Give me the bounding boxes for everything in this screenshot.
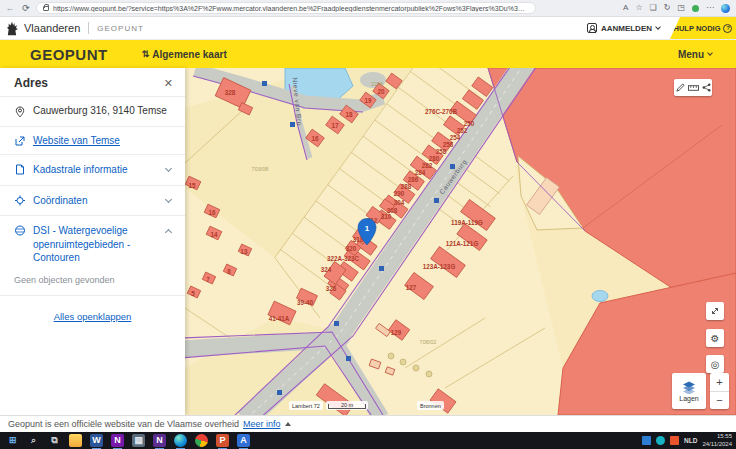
map-label: 5 <box>191 290 195 297</box>
map-label: 324 <box>321 266 332 273</box>
app-a-icon[interactable]: A <box>237 434 250 447</box>
close-icon[interactable]: ✕ <box>164 78 173 89</box>
footer-text: Geopunt is een officiële website van de … <box>8 419 239 429</box>
lock-icon <box>43 6 49 11</box>
login-button[interactable]: AANMELDEN <box>577 17 670 39</box>
map-label: 252 <box>457 127 468 134</box>
flemish-lion-icon <box>6 21 18 36</box>
map-label: 276C-276B <box>425 108 458 115</box>
browser-back-icon[interactable]: ← <box>4 4 16 13</box>
geopunt-logo[interactable]: GEOPUNT <box>30 46 108 63</box>
browser-extension-badge-icon[interactable] <box>692 5 699 12</box>
geopunt-site-label[interactable]: GEOPUNT <box>97 24 144 33</box>
map-viewport[interactable]: 703/082296708/02 CauwerburgNieve van Bro… <box>185 68 736 415</box>
browser-refresh-icon[interactable]: ⟳ <box>20 4 32 13</box>
more-options-icon[interactable]: ⋯ <box>706 4 714 12</box>
help-button[interactable]: HULP NODIG ? <box>670 17 736 39</box>
section-dsi-contouren[interactable]: DSI - Watergevoelige openruimtegebieden … <box>0 215 185 273</box>
tray-app-1-icon[interactable] <box>642 436 651 445</box>
crosshair-icon <box>14 195 26 206</box>
menu-button[interactable]: Menu <box>678 49 712 60</box>
website-link: Website van Temse <box>33 135 120 146</box>
browser-address-bar[interactable]: https://www.geopunt.be/?service=https%3A… <box>36 2 536 14</box>
map-label: 123A-123G <box>423 263 456 270</box>
file-explorer-icon[interactable] <box>69 434 82 447</box>
clock[interactable]: 15:55 24/11/2024 <box>702 433 732 449</box>
layers-button[interactable]: Lagen <box>672 373 706 409</box>
map-switcher-button[interactable]: ⇅ Algemene kaart <box>142 49 227 60</box>
map-label: 280 <box>429 155 440 162</box>
map-label: 254 <box>450 134 461 141</box>
map-label: 250 <box>464 120 475 127</box>
menu-label: Menu <box>678 49 704 60</box>
onenote-icon[interactable]: N <box>111 434 124 447</box>
history-icon[interactable]: ↻ <box>664 4 671 12</box>
date: 24/11/2024 <box>702 441 732 449</box>
sources-link[interactable]: Bronnen <box>417 401 444 410</box>
copilot-icon[interactable] <box>721 4 730 13</box>
tray-app-3-icon[interactable] <box>670 436 679 445</box>
map-canvas[interactable]: 703/082296708/02 CauwerburgNieve van Bro… <box>185 68 736 415</box>
read-aloud-icon[interactable]: A <box>623 4 628 12</box>
small-pond <box>592 291 608 302</box>
search-button[interactable]: ⌕ <box>27 434 40 447</box>
map-label: 322A-323C <box>327 255 360 262</box>
url-text: https://www.geopunt.be/?service=https%3A… <box>53 5 529 12</box>
task-view-button[interactable]: ⧉ <box>48 434 61 447</box>
map-label: 19 <box>364 97 372 104</box>
split-screen-icon[interactable]: ❏ <box>650 4 657 12</box>
tray-app-2-icon[interactable] <box>656 436 665 445</box>
external-link-icon <box>14 136 26 146</box>
section-coordinaten[interactable]: Coördinaten <box>0 185 185 216</box>
website-link-row[interactable]: Website van Temse <box>0 126 185 154</box>
zoom-in-button[interactable]: + <box>710 373 729 392</box>
powerpoint-icon[interactable]: P <box>216 434 229 447</box>
meer-info-link[interactable]: Meer info <box>243 419 281 429</box>
map-label: 290 <box>394 190 405 197</box>
map-label: 18 <box>345 111 353 118</box>
chrome-icon[interactable] <box>195 434 208 447</box>
browser-toolbar-icons: A ☆ ❏ ↻ ◳ ⋯ <box>623 4 732 13</box>
divider <box>88 22 89 34</box>
marker-number: 1 <box>365 224 370 233</box>
system-tray: NLD 15:55 24/11/2024 <box>642 433 736 449</box>
address-text: Cauwerburg 316, 9140 Temse <box>33 105 167 116</box>
map-label: 328 <box>225 89 236 96</box>
settings-button[interactable]: ⚙ <box>706 329 724 347</box>
share-icon[interactable] <box>702 83 711 92</box>
map-label: 326 <box>326 285 337 292</box>
tablet-app-icon[interactable]: ▤ <box>132 434 145 447</box>
map-label: 708/02 <box>420 339 437 345</box>
language-indicator[interactable]: NLD <box>684 437 697 444</box>
word-icon[interactable]: W <box>90 434 103 447</box>
layers-icon <box>682 381 696 394</box>
map-label: 39-40 <box>297 299 314 306</box>
section-kadastrale-informatie[interactable]: Kadastrale informatie <box>0 154 185 185</box>
chevron-down-icon <box>707 50 713 56</box>
zoom-out-button[interactable]: − <box>710 392 729 410</box>
help-label: HULP NODIG <box>674 24 721 33</box>
section-label: DSI - Watergevoelige openruimtegebieden … <box>33 224 159 265</box>
onenote-2-icon[interactable]: N <box>153 434 166 447</box>
document-icon <box>14 164 26 175</box>
locate-me-button[interactable]: ◎ <box>706 355 724 373</box>
expand-all-link[interactable]: Alles openklappen <box>54 311 132 322</box>
map-label: 320 <box>346 245 357 252</box>
edge-icon[interactable] <box>174 434 187 447</box>
extensions-icon[interactable]: ◳ <box>677 4 685 12</box>
scale-bar: 20 m <box>326 401 368 410</box>
browser-chrome: ← ⟳ https://www.geopunt.be/?service=http… <box>0 0 736 17</box>
fullscreen-button[interactable] <box>706 302 724 320</box>
layers-globe-icon <box>14 225 26 236</box>
measure-ruler-icon[interactable] <box>688 84 699 92</box>
start-button[interactable]: ⊞ <box>6 434 19 447</box>
footer-bar: Geopunt is een officiële website van de … <box>0 415 736 432</box>
map-label: 304 <box>394 199 405 206</box>
geopunt-header: GEOPUNT ⇅ Algemene kaart Menu <box>0 40 736 68</box>
favorites-star-icon[interactable]: ☆ <box>635 4 642 12</box>
map-label: 286 <box>408 176 419 183</box>
caret-up-icon[interactable] <box>285 422 291 426</box>
address-row: Cauwerburg 316, 9140 Temse <box>0 96 185 126</box>
vlaanderen-label[interactable]: Vlaanderen <box>24 22 80 34</box>
draw-pencil-icon[interactable] <box>676 83 685 92</box>
